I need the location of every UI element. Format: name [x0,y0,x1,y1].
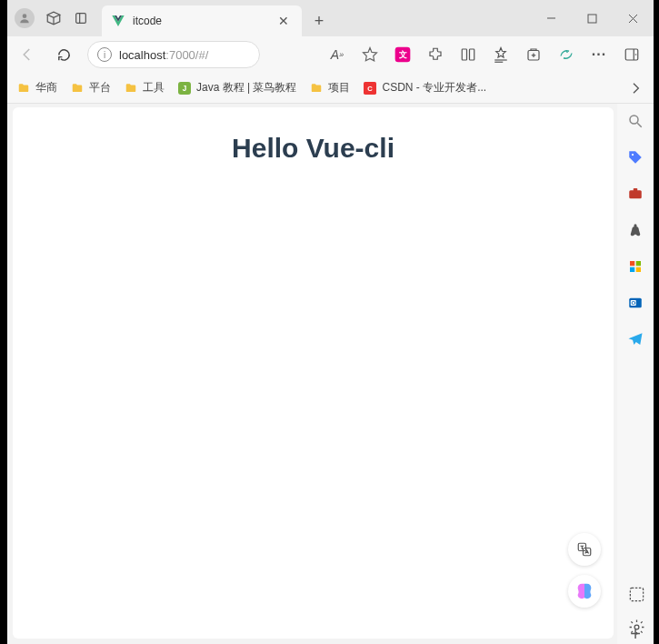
copilot-float-button[interactable] [568,575,601,608]
profile-icon[interactable] [15,8,35,28]
svg-text:O: O [631,300,635,306]
svg-line-26 [637,123,642,127]
svg-rect-28 [629,190,642,198]
favorites-list-icon[interactable] [492,45,510,64]
csdn-favicon-icon: C [363,82,377,95]
folder-icon [16,82,31,95]
page-viewport: Hello Vue-cli [13,107,614,639]
url-host: localhost [119,48,165,62]
translate-badge-icon[interactable]: 文 [394,45,412,64]
more-menu-icon[interactable]: ··· [590,45,608,64]
extensions-icon[interactable] [426,45,444,64]
translate-float-button[interactable] [568,533,601,566]
svg-point-27 [632,154,634,156]
toolbar-right: A» 文 ··· [328,45,646,64]
new-tab-button[interactable]: + [305,7,333,35]
split-screen-icon[interactable] [459,45,477,64]
bookmarks-bar: 华商 平台 工具 JJava 教程 | 菜鸟教程 项目 CCSDN - 专业开发… [7,73,654,104]
back-button[interactable] [15,42,40,67]
minimize-button[interactable] [531,0,572,36]
url-path: :7000/#/ [165,48,208,62]
close-tab-button[interactable]: ✕ [275,14,293,28]
folder-icon [124,82,138,95]
screenshot-icon[interactable] [626,584,646,604]
bookmarks-overflow-icon[interactable] [626,79,644,97]
url-text: localhost:7000/#/ [119,48,208,62]
svg-text:C: C [368,84,374,92]
tools-icon[interactable] [625,184,645,204]
bookmark-label: 华商 [35,80,57,96]
browser-tab[interactable]: itcode ✕ [102,5,302,36]
bookmark-item[interactable]: CCSDN - 专业开发者... [363,80,486,96]
bookmark-folder[interactable]: 华商 [16,80,57,96]
reader-mode-icon[interactable]: A» [328,45,346,64]
bookmark-folder[interactable]: 项目 [309,80,350,96]
bottom-right-icons [626,584,646,637]
outlook-icon[interactable]: O [625,293,645,313]
content-area: Hello Vue-cli O + [7,104,654,644]
svg-point-0 [23,14,27,18]
bookmark-label: 平台 [89,80,111,96]
address-bar[interactable]: i localhost:7000/#/ [87,41,260,68]
favorites-star-icon[interactable] [361,45,379,64]
sidebar-toggle-icon[interactable] [623,45,641,64]
svg-rect-10 [470,49,474,60]
workspaces-icon[interactable] [45,10,62,26]
settings-gear-icon[interactable] [626,617,646,637]
telegram-icon[interactable] [625,329,645,349]
titlebar: itcode ✕ + [7,0,654,36]
refresh-button[interactable] [51,42,76,67]
svg-rect-33 [630,588,643,600]
performance-icon[interactable] [557,45,575,64]
bookmark-label: Java 教程 | 菜鸟教程 [196,80,296,96]
games-icon[interactable] [625,220,645,240]
window-controls [531,0,654,36]
titlebar-left [7,0,96,36]
bookmark-label: 工具 [143,80,165,96]
svg-rect-29 [634,188,638,191]
svg-rect-4 [588,15,596,23]
bookmark-folder[interactable]: 工具 [124,80,165,96]
svg-rect-9 [462,49,466,60]
svg-point-34 [634,625,639,629]
bookmark-item[interactable]: JJava 教程 | 菜鸟教程 [177,80,296,96]
page-heading: Hello Vue-cli [232,133,394,639]
browser-window: itcode ✕ + i localhost:7000/#/ A» 文 ··· [7,0,654,644]
folder-icon [70,82,85,95]
close-window-button[interactable] [613,0,654,36]
runoob-favicon-icon: J [177,82,192,95]
site-info-icon[interactable]: i [97,47,112,62]
shopping-tag-icon[interactable] [625,147,645,167]
svg-text:J: J [183,84,187,92]
bookmark-folder[interactable]: 平台 [70,80,111,96]
toolbar: i localhost:7000/#/ A» 文 ··· [7,36,654,73]
tab-actions-icon[interactable] [73,10,89,26]
folder-icon [309,82,324,95]
search-icon[interactable] [625,111,645,131]
svg-text:文: 文 [398,50,407,59]
collections-icon[interactable] [524,45,543,64]
edge-sidebar: O + [617,104,654,644]
office-icon[interactable] [625,257,645,277]
maximize-button[interactable] [572,0,613,36]
bookmark-label: CSDN - 专业开发者... [382,80,486,96]
bookmark-label: 项目 [328,80,350,96]
svg-rect-1 [76,14,86,24]
svg-point-25 [630,116,638,124]
tab-title: itcode [133,15,267,27]
vue-favicon-icon [111,14,125,28]
